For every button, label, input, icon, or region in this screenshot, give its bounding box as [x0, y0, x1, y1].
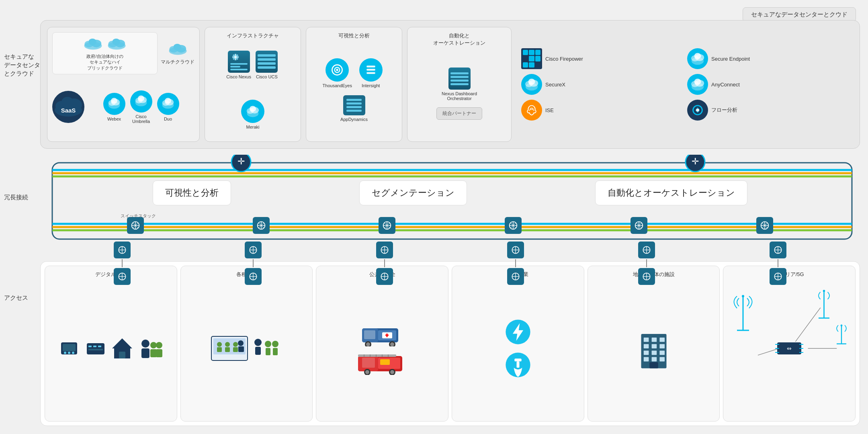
svg-point-150 — [141, 340, 149, 348]
nexus-dashboard-icon — [448, 68, 471, 90]
svg-rect-138 — [63, 344, 76, 351]
svg-point-140 — [68, 352, 70, 354]
flow-analysis-label: フロー分析 — [711, 106, 737, 114]
svg-rect-146 — [88, 349, 103, 350]
secure-endpoint-label: Secure Endpoint — [711, 56, 750, 62]
thousandeyes-icon — [326, 58, 349, 82]
svg-point-170 — [272, 341, 278, 347]
svg-rect-202 — [516, 361, 519, 368]
intersight-icon — [359, 58, 383, 82]
nexus-icon — [228, 51, 250, 73]
duo-icon — [157, 93, 179, 115]
switch-device-icon — [84, 338, 108, 358]
svg-point-58 — [696, 108, 699, 112]
switch-1 — [127, 217, 144, 234]
infra-title: インフラストラクチャ — [227, 32, 279, 39]
firepower-label: Cisco Firepower — [545, 56, 583, 62]
svg-point-160 — [225, 342, 230, 347]
svg-text:✛: ✛ — [237, 156, 245, 166]
meraki-icon — [241, 100, 264, 123]
access-card-utilities: 公益事業 — [452, 266, 584, 422]
svg-point-41 — [336, 69, 338, 71]
main-container: セキュアなデータセンターとクウド セキュアなデータセンターとクラウド 冗長接続 … — [0, 0, 868, 434]
switch-5 — [631, 217, 647, 234]
visibility-title: 可視性と分析 — [338, 32, 370, 39]
svg-rect-212 — [659, 350, 665, 355]
top-panel: 政府/自治体向けのセキュアなハイブリッドクラウド マルチクラウド — [40, 20, 860, 149]
ise-item: ISE — [520, 98, 684, 122]
classroom-icon — [209, 334, 250, 362]
svg-rect-171 — [273, 348, 278, 355]
svg-point-176 — [366, 342, 370, 346]
infra-section: インフラストラクチャ Cisco Nexus — [205, 27, 301, 142]
svg-point-154 — [156, 342, 162, 348]
visibility-section: 可視性と分析 ThousandEyes Intersight — [306, 27, 402, 142]
svg-rect-209 — [659, 344, 665, 348]
svg-rect-144 — [93, 346, 96, 347]
svg-rect-213 — [643, 357, 649, 362]
securex-icon — [521, 74, 542, 95]
security-products-section: Cisco Firepower Secure Endpoint SecureX — [516, 27, 853, 142]
svg-point-38 — [250, 106, 256, 112]
svg-point-178 — [390, 342, 394, 346]
svg-rect-206 — [659, 338, 665, 342]
access-card-public-safety: 公共の安全 — [316, 266, 448, 422]
svg-rect-153 — [150, 349, 157, 357]
ucs-item: Cisco UCS — [254, 51, 279, 79]
side-label-network: 冗長接続 — [4, 193, 28, 201]
switch-2 — [253, 217, 270, 234]
svg-rect-169 — [266, 348, 270, 355]
anyconnect-label: AnyConnect — [711, 82, 740, 88]
teacher-students-icon — [252, 334, 284, 362]
switch-6 — [756, 217, 773, 234]
svg-rect-143 — [88, 346, 92, 347]
access-card-municipal: 地方自治体の施設 — [588, 266, 720, 422]
svg-point-162 — [233, 342, 238, 347]
svg-point-164 — [238, 340, 244, 346]
svg-point-20 — [111, 98, 117, 104]
switch-stack-label: スイッチスタック — [121, 213, 156, 219]
saas-cloud: SaaS — [52, 95, 84, 119]
flow-analysis-icon — [687, 100, 708, 121]
svg-rect-145 — [98, 346, 101, 347]
svg-point-28 — [165, 98, 171, 104]
partner-button[interactable]: 統合パートナー — [436, 107, 482, 120]
svg-point-56 — [694, 79, 701, 85]
nexus-dashboard-item: Nexus DashboardOrchestrator — [442, 68, 477, 101]
svg-line-235 — [796, 308, 821, 342]
svg-rect-211 — [651, 350, 657, 355]
appdynamics-item: AppDynamics — [323, 95, 386, 122]
side-label-access: アクセス — [4, 293, 28, 302]
svg-point-48 — [694, 53, 701, 59]
router-icon — [57, 338, 81, 358]
svg-point-141 — [72, 352, 74, 354]
svg-point-7 — [113, 39, 120, 45]
svg-point-189 — [390, 370, 394, 374]
access-switch-4 — [507, 242, 524, 258]
access-switch-5 — [638, 242, 655, 258]
automation-func-box: 自動化とオーケストレーション — [595, 180, 747, 205]
svg-rect-60 — [52, 167, 852, 170]
access-switch-6 — [770, 242, 786, 258]
svg-rect-207 — [643, 344, 649, 348]
svg-point-52 — [528, 79, 535, 85]
network-section: 可視性と分析 セグメンテーション 自動化とオーケストレーション スイッチスタック — [40, 177, 860, 249]
svg-point-24 — [138, 96, 144, 101]
meraki-item: Meraki — [226, 100, 279, 129]
access-switch-3 — [376, 242, 393, 258]
cloud-icon-2 — [106, 36, 128, 52]
access-card-digital: デジタル格差 — [45, 266, 177, 422]
building-icon — [636, 324, 672, 373]
access-switch-3-bottom — [376, 268, 393, 285]
svg-text:✛: ✛ — [692, 156, 699, 166]
automation-section: 自動化とオーケストレーション Nexus DashboardOrchestrat… — [407, 27, 512, 142]
cloud-icon-1 — [82, 36, 104, 52]
svg-point-11 — [173, 44, 181, 51]
svg-rect-215 — [659, 357, 665, 362]
access-card-carrier: キャリア/5G ⇔ — [723, 266, 856, 422]
svg-rect-191 — [362, 358, 375, 368]
ucs-icon — [256, 51, 278, 73]
svg-rect-167 — [255, 347, 261, 355]
secure-endpoint-item: Secure Endpoint — [686, 47, 850, 71]
umbrella-icon — [130, 90, 152, 113]
